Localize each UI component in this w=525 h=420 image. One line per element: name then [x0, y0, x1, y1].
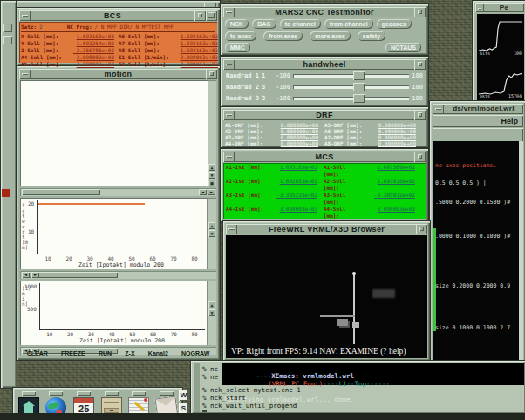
slider-handle[interactable] — [353, 94, 365, 103]
window-menu-button[interactable] — [19, 10, 31, 21]
editor-text-area[interactable]: ne axes positions. 0.5 0.5 0.5 ) | .5000… — [433, 141, 523, 371]
drf-titlebar[interactable]: DRF — [223, 110, 426, 120]
terminal-scrollbar[interactable] — [193, 362, 200, 412]
mcs-titlebar[interactable]: MCS — [223, 152, 426, 162]
canvas-vertical-scrollbar[interactable]: ▲ ▼ ■ — [208, 80, 216, 186]
freeze-button[interactable]: FREEZE — [61, 349, 85, 358]
subpanel-arrow[interactable] — [105, 391, 119, 396]
notaus-button[interactable]: NOTAUS — [385, 43, 421, 52]
plot1-scrollbar[interactable]: ▲ ▼ — [207, 198, 216, 269]
run-button[interactable]: RUN — [99, 349, 112, 358]
from-axes-button[interactable]: from axes — [263, 31, 303, 41]
canvas-horizontal-scrollbar[interactable]: ◄ ► — [20, 188, 216, 196]
left-edge-widget[interactable] — [3, 36, 12, 44]
scroll-up-icon[interactable]: ▲ — [208, 222, 215, 229]
handwheel-window: handwheel Handrad 1 1 -100 100 Handrad 2… — [220, 56, 429, 107]
handrad1-slider[interactable] — [293, 74, 409, 78]
to-channel-button[interactable]: to channel — [280, 19, 321, 29]
minimize-button[interactable] — [414, 152, 426, 162]
motion-canvas[interactable]: ▲ ▼ ■ — [20, 80, 216, 186]
handrad2-slider[interactable] — [293, 85, 409, 89]
editor-window: ds/vrmlmodel.wrl Help ne axes positions.… — [429, 100, 525, 377]
mcs-window: MCS A1-Ist [mm]:1.693163e+02A1-Soll [mm]… — [220, 148, 429, 222]
scroll-up-icon[interactable]: ▲ — [208, 301, 215, 308]
vrml-model-box1 — [338, 319, 348, 326]
window-menu-button[interactable] — [475, 3, 484, 12]
bag-button[interactable]: BAG — [252, 19, 276, 29]
nograw-button[interactable]: NOGRAW — [181, 349, 209, 358]
slider-handle[interactable] — [353, 71, 365, 80]
left-edge-widget[interactable] — [3, 24, 12, 32]
handwheel-row: Handrad 1 1 -100 100 — [226, 71, 423, 80]
scroll-down-icon[interactable]: ▼ — [208, 309, 215, 316]
more-axes-button[interactable]: more axes — [310, 31, 351, 41]
clear-button[interactable]: CLEAR — [27, 349, 48, 358]
to-axes-button[interactable]: to axes — [225, 31, 256, 41]
freewrl-title: FreeWRL VRML/X3D Browser — [237, 224, 416, 234]
scroll-right-icon[interactable]: ► — [208, 189, 215, 195]
terminal-content[interactable]: % nc % ne ----XEmacs: vrmlmodel.wrl (VRM… — [200, 362, 524, 412]
performance-titlebar[interactable]: Pe — [475, 3, 524, 12]
subpanel-arrow[interactable] — [77, 391, 91, 396]
minimize-button[interactable] — [416, 224, 427, 234]
minimize-button[interactable] — [414, 59, 426, 70]
safety-button[interactable]: safety — [358, 31, 385, 41]
scroll-up-icon[interactable]: ▲ — [208, 164, 215, 171]
handrad3-value: 3 — [262, 94, 265, 103]
scroll-right-icon[interactable]: ► — [31, 272, 39, 278]
motion-buttons: CLEAR FREEZE RUN Z-X Kanal2 NOGRAW — [20, 349, 216, 358]
freewrl-3d-viewport[interactable]: VP: Right front FPS: 9.14 NAV: EXAMINE (… — [226, 235, 427, 358]
editor-line: .0000 0.1000 0.1000 )# — [435, 233, 510, 240]
bcs-titlebar[interactable]: BCS — [19, 10, 217, 21]
subpanel-arrow[interactable] — [160, 391, 174, 396]
minimize-button[interactable] — [414, 7, 426, 17]
subpanel-arrow[interactable] — [22, 391, 36, 396]
testmonitor-title: MARS2 CNC Testmonitor — [235, 7, 414, 17]
zx-button[interactable]: Z-X — [125, 349, 134, 358]
subpanel-arrow[interactable] — [49, 391, 63, 396]
minimize-button[interactable] — [194, 10, 206, 21]
window-menu-button[interactable] — [433, 104, 444, 114]
motion-titlebar[interactable]: motion — [19, 69, 217, 79]
network-graph: pkts 15704 — [479, 58, 522, 98]
window-menu-button[interactable] — [223, 152, 235, 162]
window-menu-button[interactable] — [19, 69, 31, 79]
plot2-scrollbar[interactable]: ▲ ▼ — [207, 281, 216, 345]
bcs-title: BCS — [31, 10, 194, 21]
scroll-left-icon[interactable]: ◄ — [199, 189, 207, 195]
maximize-button[interactable] — [206, 10, 217, 21]
pkts-label: pkts — [480, 93, 490, 98]
minimize-icon — [198, 13, 202, 17]
handwheel-titlebar[interactable]: handwheel — [223, 59, 426, 70]
nck-button[interactable]: NCK — [225, 19, 249, 29]
minimize-button[interactable] — [414, 110, 426, 120]
from-channel-button[interactable]: from channel — [324, 19, 373, 29]
geoaxes-button[interactable]: geoaxes — [377, 19, 412, 29]
workspace-button-w[interactable]: W — [179, 390, 188, 401]
menu-help[interactable]: Help — [501, 117, 518, 125]
window-menu-icon — [228, 228, 235, 230]
window-menu-button[interactable] — [223, 7, 235, 17]
editor-scrollbar[interactable] — [519, 141, 523, 371]
window-menu-button[interactable] — [226, 224, 237, 234]
window-menu-button[interactable] — [223, 110, 235, 120]
scroll-down-icon[interactable]: ▼ — [208, 230, 215, 237]
kanal2-button[interactable]: Kanal2 — [148, 349, 168, 358]
scrollbar-thumb[interactable] — [22, 189, 100, 195]
editor-titlebar[interactable]: ds/vrmlmodel.wrl — [433, 104, 523, 114]
minimize-button[interactable] — [206, 69, 217, 79]
editor-fringe-gauge — [433, 228, 436, 331]
testmonitor-titlebar[interactable]: MARS2 CNC Testmonitor — [223, 7, 426, 17]
scroll-corner[interactable]: ■ — [208, 180, 215, 186]
mmc-button[interactable]: MMC — [225, 43, 250, 52]
minimize-icon — [419, 227, 424, 231]
window-menu-button[interactable] — [223, 59, 235, 70]
subpanel-arrow[interactable] — [132, 391, 146, 396]
plot1-horizontal-scrollbar[interactable]: ◄ ► — [20, 271, 216, 279]
freewrl-titlebar[interactable]: FreeWRL VRML/X3D Browser — [226, 224, 427, 234]
handrad3-slider[interactable] — [293, 97, 409, 100]
slider-handle[interactable] — [353, 83, 365, 91]
scroll-down-icon[interactable]: ▼ — [208, 172, 215, 179]
scroll-left-icon[interactable]: ◄ — [22, 272, 30, 278]
plot1-x-axis — [38, 254, 205, 254]
